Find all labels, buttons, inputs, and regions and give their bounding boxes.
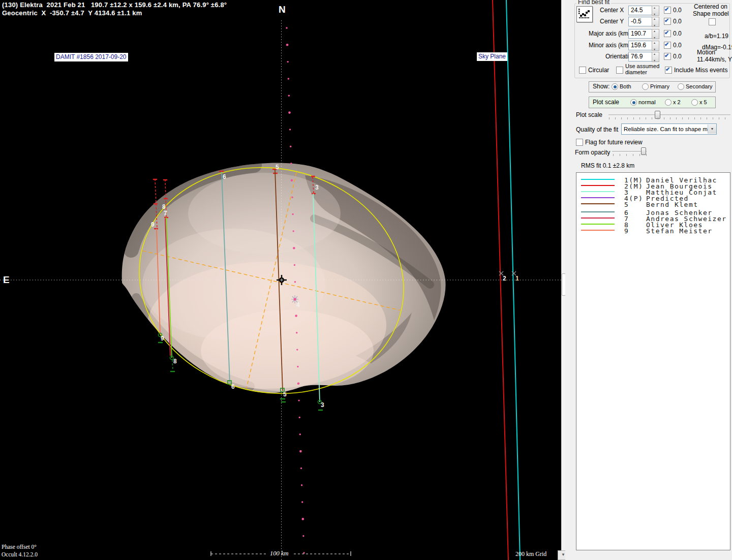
find-best-fit-title: Find best fit	[576, 0, 611, 6]
chord6-top-label: 6	[223, 173, 226, 180]
centered-on-label-2: Shape model	[693, 10, 729, 17]
center-x-residual: 0.0	[673, 7, 682, 14]
legend-item[interactable]: 5Bernd Klemt	[576, 201, 730, 207]
chord2-label: 2	[503, 275, 506, 282]
form-opacity-label: Form opacity	[575, 149, 610, 156]
ab-ratio-label: a/b=1.19	[705, 33, 728, 40]
minor-axis-input[interactable]: 159.6	[628, 41, 654, 50]
run-best-fit-button[interactable]	[576, 6, 593, 22]
center-x-spinner[interactable]	[652, 6, 659, 16]
major-axis-checkbox[interactable]	[664, 30, 671, 37]
north-label: N	[279, 4, 286, 15]
legend-num: 9	[624, 227, 629, 235]
legend-num: 5	[624, 201, 629, 208]
plot-scale-x5-radio[interactable]	[691, 99, 698, 106]
fit-chart-icon	[577, 7, 591, 21]
plot-scale-x2-label: x 2	[673, 99, 681, 105]
legend-observer-name: Bernd Klemt	[646, 201, 698, 208]
quality-dropdown-value: Reliable size. Can fit to shape mode	[622, 126, 708, 132]
plot-scale-slider-label: Plot scale	[576, 111, 602, 118]
grid-scale-label: 200 km Grid	[515, 550, 546, 558]
center-x-input[interactable]: 24.5	[628, 6, 654, 15]
legend-color-line	[581, 224, 615, 225]
include-miss-checkbox[interactable]	[665, 67, 672, 74]
chord8-bottom-label: 8	[173, 358, 177, 365]
plot-scale-slider-ticks	[609, 117, 731, 119]
major-axis-input[interactable]: 190.7	[628, 29, 654, 39]
use-assumed-label-2: diameter	[625, 69, 647, 75]
center-y-label: Center Y	[600, 18, 624, 25]
chord5-bottom-label: 5	[283, 391, 287, 398]
chord6-bottom-label: 6	[231, 383, 235, 390]
include-miss-label: Include Miss events	[674, 67, 727, 74]
chord7-top-label: 7	[164, 210, 167, 217]
legend-color-line	[581, 197, 615, 198]
center-x-checkbox[interactable]	[664, 7, 671, 14]
orientation-input[interactable]: 76.9	[628, 52, 654, 61]
show-primary-label: Primary	[650, 83, 669, 89]
show-secondary-radio[interactable]	[678, 83, 684, 90]
east-label: E	[3, 274, 10, 286]
circular-checkbox[interactable]	[579, 67, 586, 74]
circular-label: Circular	[588, 67, 609, 74]
chord8-top-label: 8	[162, 203, 166, 210]
center-y-spinner[interactable]	[652, 17, 659, 27]
show-label: Show:	[593, 83, 609, 90]
legend-color-line	[581, 191, 615, 192]
show-both-radio[interactable]	[612, 83, 618, 90]
observer-legend-list[interactable]: 1(M)Daniel Verilhac 2(M)Jean Bourgeois 3…	[576, 172, 730, 550]
use-assumed-checkbox[interactable]	[616, 67, 623, 74]
legend-color-line	[581, 179, 615, 180]
plot-scale-x5-label: x 5	[699, 99, 707, 105]
quality-label: Quality of the fit	[576, 126, 618, 133]
orientation-checkbox[interactable]	[664, 53, 671, 60]
use-assumed-label-1: Use assumed	[625, 63, 659, 69]
sky-plane-tag[interactable]: Sky Plane	[477, 52, 507, 61]
center-y-input[interactable]: -0.5	[628, 17, 654, 26]
center-y-checkbox[interactable]	[664, 18, 671, 25]
damit-model-tag[interactable]: DAMIT #1856 2017-09-20	[54, 53, 128, 61]
plot-scale-normal-label: normal	[638, 99, 656, 105]
flag-review-checkbox[interactable]	[576, 139, 583, 146]
orientation-spinner[interactable]	[652, 52, 659, 62]
motion-label: Motion	[697, 49, 715, 56]
form-opacity-slider-ticks	[613, 154, 647, 156]
major-axis-residual: 0.0	[673, 30, 682, 37]
plot-scale-x2-radio[interactable]	[665, 99, 672, 106]
minor-axis-checkbox[interactable]	[664, 42, 671, 49]
centered-on-checkbox[interactable]	[709, 18, 716, 25]
legend-color-line	[581, 203, 615, 204]
plot-scale-slider-track[interactable]	[608, 114, 730, 115]
minor-axis-residual: 0.0	[673, 42, 682, 49]
plot-title-line1: (130) Elektra 2021 Feb 21 190.7 ±12.2 x …	[2, 1, 227, 9]
legend-observer-name: Stefan Meister	[646, 227, 713, 235]
sky-plane-plot: 9 9 8 8 7 6 6 5 5 3 3 4 2 1	[0, 0, 561, 560]
chord5-top-label: 5	[276, 164, 279, 171]
center-x-label: Center X	[600, 7, 624, 14]
legend-item[interactable]: 9Stefan Meister	[576, 227, 730, 234]
show-both-label: Both	[620, 83, 631, 89]
major-axis-spinner[interactable]	[652, 29, 659, 39]
centered-on-label-1: Centered on	[694, 3, 727, 10]
plot-scale-normal-radio[interactable]	[630, 99, 637, 106]
chord3-top-label: 3	[315, 184, 319, 191]
center-y-residual: 0.0	[673, 18, 682, 25]
legend-color-line	[581, 217, 615, 219]
minor-axis-label: Minor axis (km)	[589, 42, 630, 49]
version-label: Occult 4.12.2.0	[2, 551, 38, 557]
chord9-top-label: 9	[151, 221, 155, 228]
sky-plane-canvas[interactable]: 9 9 8 8 7 6 6 5 5 3 3 4 2 1 (130) Elektr…	[0, 0, 561, 560]
plot-title-line2: Geocentric X -350.7 ±4.7 Y 4134.6 ±1.1 k…	[2, 9, 142, 17]
orientation-residual: 0.0	[673, 53, 682, 60]
show-primary-radio[interactable]	[642, 83, 649, 90]
chevron-down-icon: ▼	[708, 125, 716, 134]
rms-fit-label: RMS fit 0.1 ±2.8 km	[581, 162, 634, 169]
legend-color-line	[581, 185, 615, 186]
chord9-bottom-label: 9	[161, 335, 164, 342]
minor-axis-spinner[interactable]	[652, 41, 659, 51]
quality-dropdown[interactable]: Reliable size. Can fit to shape mode ▼	[621, 123, 717, 135]
flag-review-label: Flag for future review	[585, 139, 643, 146]
major-axis-label: Major axis (km)	[589, 30, 630, 37]
plot-scale-box-label: Plot scale	[593, 99, 619, 106]
occult-app-window: 9 9 8 8 7 6 6 5 5 3 3 4 2 1 (130) Elektr…	[0, 0, 732, 560]
